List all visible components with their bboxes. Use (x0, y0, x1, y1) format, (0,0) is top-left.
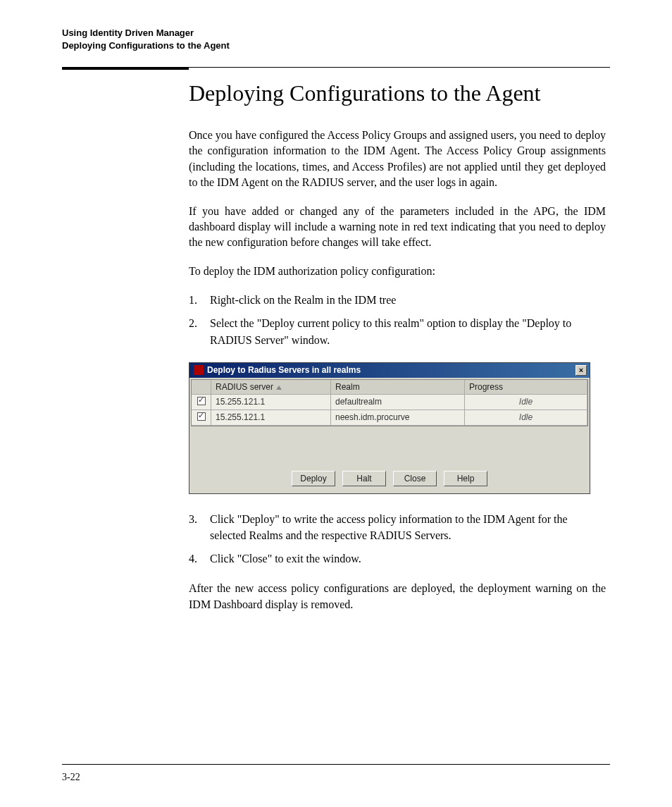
step-3-text: Click "Deploy" to write the access polic… (210, 511, 606, 543)
steps-list-bottom: 3. Click "Deploy" to write the access po… (189, 511, 606, 567)
help-button[interactable]: Help (444, 471, 487, 486)
row-server: 15.255.121.1 (211, 410, 331, 426)
grid-row: 15.255.121.1 neesh.idm.procurve Idle (192, 410, 587, 426)
step-3-number: 3. (189, 511, 210, 543)
row-realm: defaultrealm (331, 395, 465, 410)
grid-header-progress[interactable]: Progress (465, 380, 587, 395)
running-header: Using Identity Driven Manager Deploying … (62, 27, 610, 51)
page-title: Deploying Configurations to the Agent (189, 80, 606, 106)
step-4-number: 4. (189, 550, 210, 567)
step-2-text: Select the "Deploy current policy to thi… (210, 315, 606, 347)
grid-row: 15.255.121.1 defaultrealm Idle (192, 395, 587, 410)
grid-header-checkbox (192, 380, 211, 395)
grid-header-realm[interactable]: Realm (331, 380, 465, 395)
row-progress: Idle (465, 395, 587, 410)
dialog-button-row: Deploy Halt Close Help (189, 467, 590, 493)
close-button[interactable]: Close (393, 471, 437, 486)
step-1-text: Right-click on the Realm in the IDM tree (210, 292, 606, 308)
row-checkbox[interactable] (197, 397, 206, 405)
step-2-number: 2. (189, 315, 210, 347)
intro-paragraph-2: If you have added or changed any of the … (189, 204, 606, 251)
dialog-titlebar: Deploy to Radius Servers in all realms × (189, 363, 590, 378)
row-progress: Idle (465, 410, 587, 426)
row-realm: neesh.idm.procurve (331, 410, 465, 426)
sort-asc-icon (276, 386, 282, 390)
dialog-grid: RADIUS server Realm Progress 15.255.121.… (191, 379, 588, 426)
close-icon[interactable]: × (575, 365, 587, 376)
intro-paragraph-1: Once you have configured the Access Poli… (189, 128, 606, 191)
page-number: 3-22 (62, 772, 80, 783)
dialog-title: Deploy to Radius Servers in all realms (207, 365, 575, 375)
deploy-dialog: Deploy to Radius Servers in all realms ×… (189, 362, 590, 494)
row-server: 15.255.121.1 (211, 395, 331, 410)
grid-header: RADIUS server Realm Progress (192, 380, 587, 395)
running-header-line1: Using Identity Driven Manager (62, 27, 610, 39)
header-rule (62, 67, 610, 68)
step-1-number: 1. (189, 292, 210, 308)
closing-paragraph: After the new access policy configuratio… (189, 581, 606, 612)
intro-paragraph-3: To deploy the IDM authorization policy c… (189, 264, 606, 279)
step-4-text: Click "Close" to exit the window. (210, 550, 606, 567)
grid-header-server[interactable]: RADIUS server (211, 380, 331, 395)
running-header-line2: Deploying Configurations to the Agent (62, 39, 610, 52)
halt-button[interactable]: Halt (342, 471, 386, 486)
deploy-button[interactable]: Deploy (292, 471, 335, 486)
footer-rule (62, 764, 610, 765)
steps-list-top: 1. Right-click on the Realm in the IDM t… (189, 292, 606, 348)
dialog-app-icon (194, 365, 204, 375)
row-checkbox[interactable] (197, 412, 206, 421)
